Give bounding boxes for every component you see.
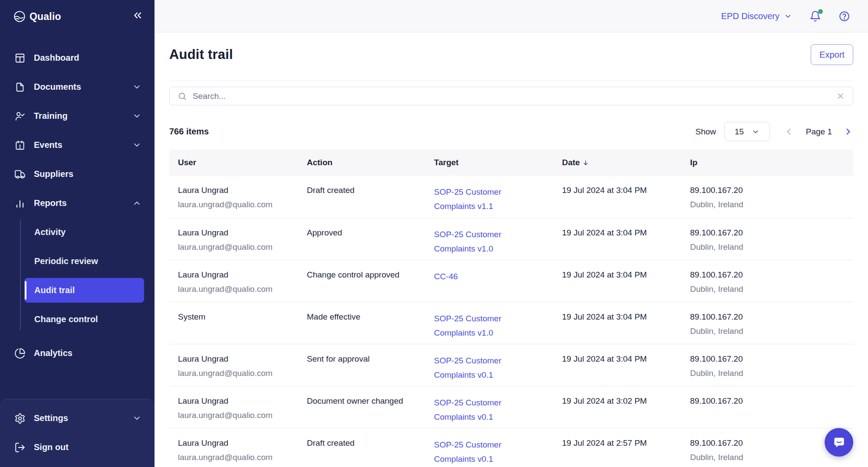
items-count: 766 items bbox=[169, 127, 209, 137]
date-text: 19 Jul 2024 at 3:04 PM bbox=[562, 269, 675, 281]
page-indicator: Page 1 bbox=[806, 127, 832, 137]
date-text: 19 Jul 2024 at 3:04 PM bbox=[562, 227, 675, 238]
sidebar-item-label: Settings bbox=[34, 413, 68, 423]
sidebar-subitem-activity[interactable]: Activity bbox=[0, 218, 155, 247]
notification-dot bbox=[818, 9, 823, 14]
table-row[interactable]: Laura Ungrad laura.ungrad@qualio.com Dra… bbox=[169, 176, 853, 218]
ip-address: 89.100.167.20 bbox=[690, 353, 847, 365]
table-meta-row: 766 items Show 15 Page 1 bbox=[169, 122, 853, 141]
chat-launcher-button[interactable] bbox=[825, 428, 853, 457]
sidebar-subitem-change-control[interactable]: Change control bbox=[0, 305, 155, 334]
action-text: Made effective bbox=[307, 311, 419, 323]
next-page-button[interactable] bbox=[843, 127, 853, 137]
sidebar-item-events[interactable]: Events bbox=[0, 131, 155, 160]
ip-location: Dublin, Ireland bbox=[690, 242, 847, 253]
target-link[interactable]: SOP-25 Customer Complaints v0.1 bbox=[434, 353, 514, 382]
target-link[interactable]: SOP-25 Customer Complaints v0.1 bbox=[434, 438, 514, 466]
show-label: Show bbox=[695, 127, 716, 137]
sidebar-collapse-button[interactable] bbox=[132, 10, 143, 21]
sidebar-item-sign-out[interactable]: Sign out bbox=[0, 433, 155, 462]
chevron-down-icon bbox=[132, 140, 141, 150]
bar-chart-icon bbox=[14, 198, 26, 209]
audit-table: User Action Target Date bbox=[169, 150, 853, 467]
date-text: 19 Jul 2024 at 2:57 PM bbox=[562, 438, 675, 449]
reports-subnav: Activity Periodic review Audit trail Cha… bbox=[0, 218, 155, 335]
gear-icon bbox=[14, 413, 26, 424]
training-icon bbox=[14, 111, 26, 122]
column-header-target[interactable]: Target bbox=[425, 150, 553, 176]
ip-location: Dublin, Ireland bbox=[690, 199, 847, 210]
user-name: Laura Ungrad bbox=[178, 269, 292, 281]
user-name: Laura Ungrad bbox=[178, 353, 292, 365]
date-text: 19 Jul 2024 at 3:04 PM bbox=[562, 353, 675, 365]
dashboard-icon bbox=[14, 52, 26, 64]
sidebar-item-suppliers[interactable]: Suppliers bbox=[0, 160, 155, 189]
help-icon bbox=[838, 17, 850, 23]
topbar: EPD Discovery bbox=[155, 0, 868, 33]
table-row[interactable]: Laura Ungrad laura.ungrad@qualio.com Dra… bbox=[169, 428, 853, 467]
table-row[interactable]: Laura Ungrad laura.ungrad@qualio.com Sen… bbox=[169, 344, 853, 386]
prev-page-button[interactable] bbox=[784, 127, 794, 137]
sidebar-item-training[interactable]: Training bbox=[0, 101, 155, 131]
target-link[interactable]: SOP-25 Customer Complaints v1.0 bbox=[434, 227, 514, 256]
column-header-action[interactable]: Action bbox=[298, 150, 425, 176]
chevron-down-icon bbox=[752, 128, 760, 136]
user-email: laura.ungrad@qualio.com bbox=[178, 284, 292, 295]
ip-location: Dublin, Ireland bbox=[690, 326, 847, 337]
user-email: laura.ungrad@qualio.com bbox=[178, 452, 292, 463]
target-link[interactable]: SOP-25 Customer Complaints v1.1 bbox=[434, 185, 514, 213]
pie-chart-icon bbox=[14, 348, 26, 359]
audit-table-body: Laura Ungrad laura.ungrad@qualio.com Dra… bbox=[169, 176, 853, 467]
chevron-down-icon bbox=[132, 414, 141, 423]
brand[interactable]: Qualio bbox=[13, 10, 61, 23]
ip-location: Dublin, Ireland bbox=[690, 284, 847, 295]
column-header-ip[interactable]: Ip bbox=[681, 150, 853, 176]
sidebar-nav: Dashboard Documents bbox=[0, 43, 155, 368]
table-row[interactable]: Laura Ungrad laura.ungrad@qualio.com Cha… bbox=[169, 260, 853, 302]
sidebar-item-analytics[interactable]: Analytics bbox=[0, 339, 155, 368]
sidebar-item-documents[interactable]: Documents bbox=[0, 72, 155, 101]
sidebar-subitem-periodic-review[interactable]: Periodic review bbox=[0, 247, 155, 276]
target-link[interactable]: CC-46 bbox=[434, 269, 458, 284]
sidebar-item-label: Suppliers bbox=[34, 169, 73, 179]
workspace-switcher[interactable]: EPD Discovery bbox=[721, 11, 792, 21]
sidebar-item-settings[interactable]: Settings bbox=[0, 404, 155, 433]
action-text: Draft created bbox=[307, 185, 419, 196]
column-header-date[interactable]: Date bbox=[553, 150, 681, 176]
date-text: 19 Jul 2024 at 3:02 PM bbox=[562, 395, 675, 407]
page-size-value: 15 bbox=[735, 127, 744, 137]
target-link[interactable]: SOP-25 Customer Complaints v0.1 bbox=[434, 395, 514, 424]
sidebar-subitem-audit-trail[interactable]: Audit trail bbox=[0, 276, 155, 305]
chevron-down-icon bbox=[132, 82, 141, 91]
sidebar-item-label: Documents bbox=[34, 82, 81, 92]
help-button[interactable] bbox=[838, 10, 850, 22]
export-button[interactable]: Export bbox=[811, 44, 853, 65]
chevron-left-icon bbox=[784, 131, 794, 138]
user-email: laura.ungrad@qualio.com bbox=[178, 199, 292, 210]
sidebar-item-dashboard[interactable]: Dashboard bbox=[0, 43, 155, 72]
date-text: 19 Jul 2024 at 3:04 PM bbox=[562, 185, 675, 196]
table-row[interactable]: Laura Ungrad laura.ungrad@qualio.com Doc… bbox=[169, 386, 853, 428]
chat-bubble-icon bbox=[832, 436, 846, 449]
clear-search-button[interactable] bbox=[836, 91, 845, 101]
target-link[interactable]: SOP-25 Customer Complaints v1.0 bbox=[434, 311, 514, 340]
user-name: Laura Ungrad bbox=[178, 438, 292, 449]
table-row[interactable]: System Made effective SOP-25 Customer Co… bbox=[169, 302, 853, 344]
column-header-user[interactable]: User bbox=[169, 150, 298, 176]
ip-location: Dublin, Ireland bbox=[690, 452, 847, 463]
sidebar-item-reports[interactable]: Reports bbox=[0, 189, 155, 218]
workspace-name: EPD Discovery bbox=[721, 11, 779, 21]
sort-desc-icon bbox=[582, 159, 589, 167]
page-size-select[interactable]: 15 bbox=[724, 122, 770, 141]
truck-icon bbox=[14, 169, 26, 180]
search-icon bbox=[178, 91, 187, 101]
sidebar-item-label: Events bbox=[34, 140, 62, 150]
sidebar-item-label: Training bbox=[34, 111, 68, 121]
date-text: 19 Jul 2024 at 3:04 PM bbox=[562, 311, 675, 323]
ip-address: 89.100.167.20 bbox=[690, 227, 847, 238]
search-input[interactable] bbox=[193, 91, 830, 101]
notifications-button[interactable] bbox=[809, 10, 821, 22]
table-row[interactable]: Laura Ungrad laura.ungrad@qualio.com App… bbox=[169, 218, 853, 260]
user-email: laura.ungrad@qualio.com bbox=[178, 242, 292, 253]
action-text: Draft created bbox=[307, 438, 419, 449]
